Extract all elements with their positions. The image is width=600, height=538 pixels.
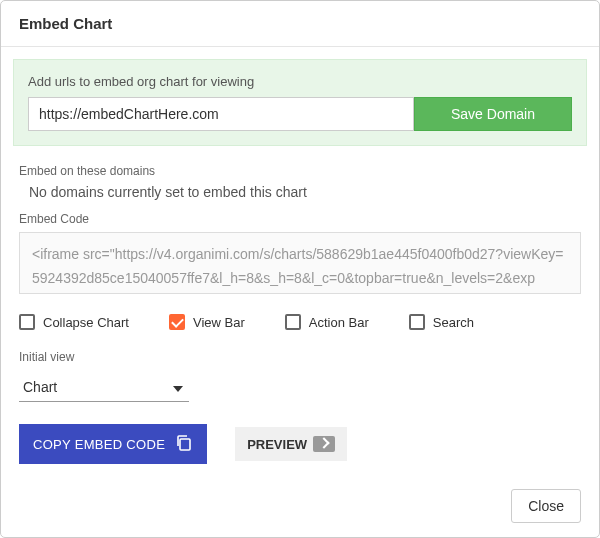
- copy-icon: [175, 434, 193, 455]
- action-buttons-row: COPY EMBED CODE PREVIEW: [19, 424, 581, 464]
- checkbox-icon: [169, 314, 185, 330]
- save-domain-button[interactable]: Save Domain: [414, 97, 572, 131]
- initial-view-label: Initial view: [19, 350, 581, 364]
- options-row: Collapse Chart View Bar Action Bar Searc…: [19, 314, 581, 330]
- checkbox-icon: [409, 314, 425, 330]
- share-icon: [313, 436, 335, 452]
- domains-empty-text: No domains currently set to embed this c…: [29, 184, 581, 200]
- close-button[interactable]: Close: [511, 489, 581, 523]
- action-bar-label: Action Bar: [309, 315, 369, 330]
- add-url-section: Add urls to embed org chart for viewing …: [13, 59, 587, 146]
- embed-chart-modal: Embed Chart Add urls to embed org chart …: [0, 0, 600, 538]
- svg-rect-0: [180, 439, 190, 450]
- search-checkbox[interactable]: Search: [409, 314, 474, 330]
- copy-embed-code-button[interactable]: COPY EMBED CODE: [19, 424, 207, 464]
- modal-header: Embed Chart: [1, 1, 599, 47]
- embed-code-heading: Embed Code: [19, 212, 581, 226]
- checkbox-icon: [285, 314, 301, 330]
- collapse-chart-checkbox[interactable]: Collapse Chart: [19, 314, 129, 330]
- search-label: Search: [433, 315, 474, 330]
- action-bar-checkbox[interactable]: Action Bar: [285, 314, 369, 330]
- view-bar-label: View Bar: [193, 315, 245, 330]
- embed-url-input[interactable]: [28, 97, 414, 131]
- collapse-chart-label: Collapse Chart: [43, 315, 129, 330]
- preview-button[interactable]: PREVIEW: [235, 427, 347, 461]
- add-url-label: Add urls to embed org chart for viewing: [28, 74, 572, 89]
- domains-heading: Embed on these domains: [19, 164, 581, 178]
- embed-code-box[interactable]: <iframe src="https://v4.organimi.com/s/c…: [19, 232, 581, 294]
- checkbox-icon: [19, 314, 35, 330]
- copy-button-label: COPY EMBED CODE: [33, 437, 165, 452]
- url-row: Save Domain: [28, 97, 572, 131]
- preview-button-label: PREVIEW: [247, 437, 307, 452]
- initial-view-select[interactable]: Chart: [19, 372, 189, 402]
- view-bar-checkbox[interactable]: View Bar: [169, 314, 245, 330]
- modal-footer: Close: [1, 475, 599, 537]
- content-section: Embed on these domains No domains curren…: [13, 164, 587, 464]
- modal-body: Add urls to embed org chart for viewing …: [1, 47, 599, 475]
- modal-title: Embed Chart: [19, 15, 581, 32]
- initial-view-select-wrap: Chart: [19, 372, 189, 402]
